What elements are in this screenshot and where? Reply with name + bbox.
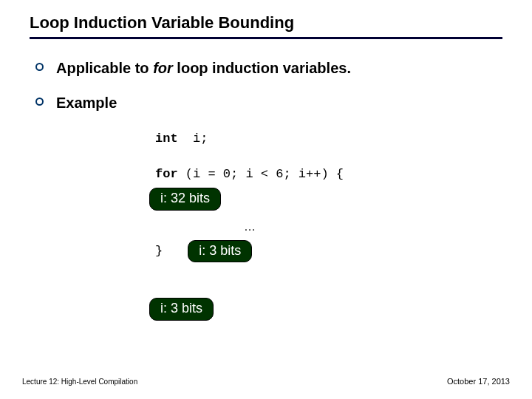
bits-annotation: i: 32 bits bbox=[149, 188, 221, 211]
code-ellipsis: … bbox=[244, 218, 502, 236]
code-text: } bbox=[155, 242, 163, 261]
bits-annotation: i: 3 bits bbox=[149, 298, 214, 321]
bullet-ring-icon bbox=[35, 63, 44, 71]
code-block: int i; for (i = 0; i < 6; i++) { i: 32 b… bbox=[155, 129, 502, 321]
bullet-text: Example bbox=[56, 95, 117, 111]
code-line-for: for (i = 0; i < 6; i++) { bbox=[155, 165, 502, 184]
code-keyword: for bbox=[155, 167, 178, 181]
annotation-row: i: 32 bits bbox=[149, 188, 502, 211]
bullet-text-post: loop induction variables. bbox=[173, 60, 351, 76]
footer-date: October 17, 2013 bbox=[447, 377, 510, 386]
annotation-row: i: 3 bits bbox=[149, 298, 502, 321]
bullet-list: Applicable to for loop induction variabl… bbox=[30, 60, 502, 112]
slide-title: Loop Induction Variable Bounding bbox=[30, 13, 502, 39]
bullet-item: Example bbox=[35, 95, 502, 112]
code-text: i; bbox=[178, 132, 208, 146]
code-line-decl: int i; bbox=[155, 129, 502, 149]
code-line-close: } i: 3 bits bbox=[155, 240, 502, 263]
bullet-item: Applicable to for loop induction variabl… bbox=[35, 60, 502, 77]
code-text: (i = 0; i < 6; i++) { bbox=[178, 167, 344, 181]
footer-lecture: Lecture 12: High-Level Compilation bbox=[22, 378, 137, 386]
bullet-text-pre: Applicable to bbox=[56, 60, 153, 76]
bullet-ring-icon bbox=[35, 98, 44, 106]
code-keyword: int bbox=[155, 132, 178, 146]
bits-annotation: i: 3 bits bbox=[188, 240, 252, 263]
bullet-text-em: for bbox=[153, 60, 173, 76]
